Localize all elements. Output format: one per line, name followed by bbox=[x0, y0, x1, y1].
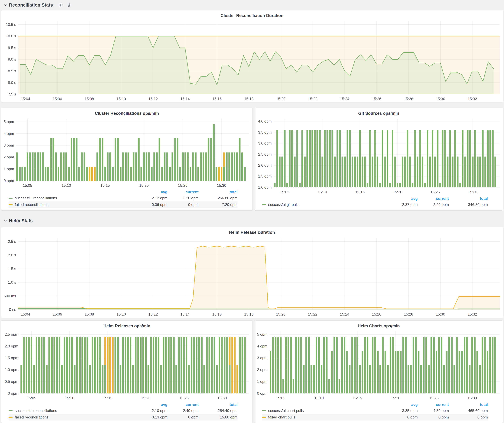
legend-col-current[interactable]: current bbox=[418, 402, 449, 407]
legend-col-total[interactable]: total bbox=[198, 190, 238, 194]
legend-col-avg[interactable]: avg bbox=[138, 402, 167, 407]
svg-text:15:18: 15:18 bbox=[244, 312, 253, 316]
svg-text:4 opm: 4 opm bbox=[4, 131, 14, 136]
svg-text:15:30: 15:30 bbox=[217, 183, 226, 188]
chart-svg: 15:0515:1015:1515:2015:2515:301.0 opm1.5… bbox=[255, 117, 503, 195]
panel-title[interactable]: Git Sources ops/min bbox=[255, 108, 503, 117]
cluster-reconciliations-opm-chart[interactable]: 15:0515:1015:1515:2015:2515:300 opm1 opm… bbox=[1, 117, 252, 189]
svg-text:15:30: 15:30 bbox=[468, 396, 477, 400]
git-sources-opm-chart[interactable]: 15:0515:1015:1515:2015:2515:301.0 opm1.5… bbox=[255, 117, 503, 195]
svg-text:3.5 opm: 3.5 opm bbox=[258, 130, 272, 135]
svg-text:15:15: 15:15 bbox=[355, 190, 365, 194]
legend-current-value: 0 opm bbox=[418, 415, 449, 419]
series-toggle[interactable]: successful reconciliations bbox=[9, 409, 138, 413]
legend-col-total[interactable]: total bbox=[449, 196, 488, 201]
svg-text:15:20: 15:20 bbox=[276, 312, 286, 316]
legend-col-avg[interactable]: avg bbox=[388, 402, 418, 407]
svg-text:15:32: 15:32 bbox=[468, 97, 477, 101]
gear-icon[interactable] bbox=[58, 3, 63, 7]
panel-title[interactable]: Helm Charts ops/min bbox=[255, 321, 503, 329]
legend-row: successful reconciliations 2.12 opm 1.20… bbox=[9, 195, 238, 201]
svg-text:15:20: 15:20 bbox=[139, 183, 149, 188]
series-toggle[interactable]: successful git pulls bbox=[262, 202, 388, 207]
series-color-dash bbox=[9, 410, 13, 411]
svg-text:8.5 s: 8.5 s bbox=[8, 69, 16, 73]
svg-text:15:16: 15:16 bbox=[212, 312, 222, 316]
chart-svg: 15:0415:0615:0815:1015:1215:1415:1615:18… bbox=[1, 19, 503, 102]
legend-total-value: 0 opm bbox=[449, 415, 488, 419]
panel-helm-releases-opm: Helm Releases ops/min 15:0515:1015:1515:… bbox=[1, 320, 252, 423]
svg-text:0 opm: 0 opm bbox=[4, 179, 14, 183]
legend-col-current[interactable]: current bbox=[167, 190, 198, 194]
svg-text:1.0 s: 1.0 s bbox=[8, 280, 16, 284]
svg-text:15:05: 15:05 bbox=[280, 190, 289, 194]
legend-col-current[interactable]: current bbox=[418, 196, 449, 201]
legend-col-current[interactable]: current bbox=[167, 402, 198, 407]
legend-header-row: avg current total bbox=[9, 189, 238, 195]
svg-text:15:15: 15:15 bbox=[103, 396, 112, 400]
svg-text:15:32: 15:32 bbox=[468, 312, 477, 316]
cluster-reconciliation-duration-chart[interactable]: 15:0415:0615:0815:1015:1215:1415:1615:18… bbox=[1, 19, 503, 102]
svg-text:1.5 opm: 1.5 opm bbox=[5, 356, 18, 360]
section-reconciliation-stats[interactable]: Reconciliation Stats bbox=[1, 0, 503, 10]
legend-row: successful chart pulls 3.85 opm 4.80 opm… bbox=[262, 407, 488, 414]
svg-text:15:06: 15:06 bbox=[53, 97, 62, 101]
svg-text:2.5 s: 2.5 s bbox=[8, 239, 16, 244]
panel-cluster-reconciliations-opm: Cluster Reconciliations ops/min 15:0515:… bbox=[1, 108, 252, 211]
legend-col-total[interactable]: total bbox=[198, 402, 238, 407]
svg-text:15:20: 15:20 bbox=[141, 396, 150, 400]
legend-current-value: 2.40 opm bbox=[167, 409, 198, 413]
svg-text:1.5 opm: 1.5 opm bbox=[258, 174, 272, 178]
panel-title[interactable]: Helm Releases ops/min bbox=[1, 321, 252, 329]
series-toggle[interactable]: successful reconciliations bbox=[9, 196, 138, 200]
helm-releases-opm-chart[interactable]: 15:0515:1015:1515:2015:2515:300 opm0.5 o… bbox=[1, 329, 252, 401]
svg-text:1.5 s: 1.5 s bbox=[8, 267, 16, 271]
svg-text:15:04: 15:04 bbox=[21, 312, 30, 316]
helm-release-duration-chart[interactable]: 15:0415:0615:0815:1015:1215:1415:1615:18… bbox=[1, 235, 503, 318]
panel-title[interactable]: Cluster Reconciliations ops/min bbox=[1, 108, 252, 117]
svg-text:15:30: 15:30 bbox=[468, 190, 477, 194]
section-helm-stats[interactable]: Helm Stats bbox=[1, 217, 503, 225]
series-toggle[interactable]: failed reconciliations bbox=[9, 202, 138, 207]
trash-icon[interactable] bbox=[67, 3, 72, 7]
chart-svg: 15:0515:1015:1515:2015:2515:300 opm1 opm… bbox=[255, 329, 503, 401]
series-toggle[interactable]: successful chart pulls bbox=[262, 409, 388, 413]
svg-text:9.5 s: 9.5 s bbox=[8, 46, 16, 50]
svg-text:15:16: 15:16 bbox=[212, 97, 222, 101]
panel-title[interactable]: Helm Release Duration bbox=[1, 227, 503, 235]
helm-charts-opm-chart[interactable]: 15:0515:1015:1515:2015:2515:300 opm1 opm… bbox=[255, 329, 503, 401]
legend-col-total[interactable]: total bbox=[449, 402, 488, 407]
svg-text:0.5 opm: 0.5 opm bbox=[5, 379, 18, 384]
svg-text:15:05: 15:05 bbox=[23, 183, 32, 188]
series-toggle[interactable]: failed chart pulls bbox=[262, 415, 388, 419]
svg-text:10.0 s: 10.0 s bbox=[6, 34, 16, 38]
chevron-down-icon bbox=[3, 219, 7, 223]
legend-header-row: avg current total bbox=[262, 402, 488, 407]
svg-text:8.0 s: 8.0 s bbox=[8, 81, 16, 85]
legend-row: failed reconciliations 0.06 opm 0 opm 7.… bbox=[9, 201, 238, 208]
legend-row: failed chart pulls 0 opm 0 opm 0 opm bbox=[262, 414, 488, 421]
legend: avg current total successful reconciliat… bbox=[1, 189, 252, 210]
svg-text:15:30: 15:30 bbox=[436, 312, 445, 316]
svg-text:15:25: 15:25 bbox=[429, 396, 438, 400]
svg-text:3 opm: 3 opm bbox=[257, 356, 267, 360]
svg-text:15:05: 15:05 bbox=[276, 396, 285, 400]
series-color-dash bbox=[9, 204, 13, 205]
svg-text:15:10: 15:10 bbox=[117, 312, 126, 316]
svg-text:15:20: 15:20 bbox=[391, 396, 400, 400]
panel-title[interactable]: Cluster Reconciliation Duration bbox=[1, 10, 503, 19]
svg-text:15:24: 15:24 bbox=[340, 97, 349, 101]
legend-col-avg[interactable]: avg bbox=[138, 190, 167, 194]
svg-text:2.5 opm: 2.5 opm bbox=[258, 152, 272, 156]
svg-text:15:10: 15:10 bbox=[61, 183, 71, 188]
legend-row: successful git pulls 2.87 opm 2.40 opm 3… bbox=[262, 201, 488, 208]
svg-text:1 opm: 1 opm bbox=[257, 379, 267, 384]
svg-text:15:25: 15:25 bbox=[179, 396, 189, 400]
svg-text:15:25: 15:25 bbox=[431, 190, 440, 194]
series-toggle[interactable]: failed reconciliations bbox=[9, 415, 138, 419]
svg-text:15:26: 15:26 bbox=[372, 97, 381, 101]
legend-col-avg[interactable]: avg bbox=[388, 196, 418, 201]
chevron-down-icon bbox=[3, 3, 7, 7]
svg-text:15:14: 15:14 bbox=[180, 312, 190, 316]
svg-text:15:08: 15:08 bbox=[85, 97, 94, 101]
